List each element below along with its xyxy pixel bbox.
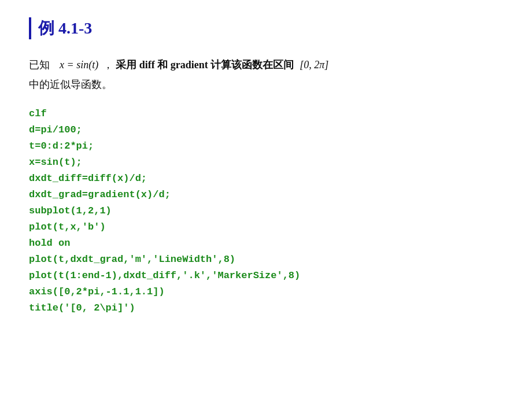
page-container: 例 4.1-3 已知 x = sin(t) ， 采用 diff 和 gradie… bbox=[0, 0, 532, 399]
code-line-12: axis([0,2*pi,-1.1,1.1]) bbox=[29, 284, 503, 300]
code-line-2: d=pi/100; bbox=[29, 122, 503, 138]
code-line-13: title('[0, 2\pi]') bbox=[29, 300, 503, 316]
description-line1: 已知 x = sin(t) ， 采用 diff 和 gradient 计算该函数… bbox=[29, 56, 503, 74]
description-block: 已知 x = sin(t) ， 采用 diff 和 gradient 计算该函数… bbox=[29, 56, 503, 94]
desc-prefix: 已知 bbox=[29, 56, 50, 74]
code-line-11: plot(t(1:end-1),dxdt_diff,'.k','MarkerSi… bbox=[29, 268, 503, 284]
desc-comma: ， bbox=[103, 56, 113, 74]
desc-line2-text: 中的近似导函数。 bbox=[29, 79, 112, 90]
code-line-10: plot(t,dxdt_grad,'m','LineWidth',8) bbox=[29, 252, 503, 268]
desc-bold: 采用 diff 和 gradient 计算该函数在区间 bbox=[116, 56, 294, 74]
math-expression: x = sin(t) bbox=[54, 56, 98, 74]
code-line-3: t=0:d:2*pi; bbox=[29, 138, 503, 154]
interval-math: [0, 2π] bbox=[300, 56, 328, 74]
code-line-6: dxdt_grad=gradient(x)/d; bbox=[29, 187, 503, 203]
code-line-8: plot(t,x,'b') bbox=[29, 219, 503, 235]
code-block: clf d=pi/100; t=0:d:2*pi; x=sin(t); dxdt… bbox=[29, 106, 503, 317]
code-line-9: hold on bbox=[29, 235, 503, 252]
code-line-4: x=sin(t); bbox=[29, 154, 503, 171]
code-line-5: dxdt_diff=diff(x)/d; bbox=[29, 171, 503, 187]
code-line-1: clf bbox=[29, 106, 503, 122]
example-title: 例 4.1-3 bbox=[29, 17, 503, 39]
description-line2: 中的近似导函数。 bbox=[29, 75, 503, 94]
code-line-7: subplot(1,2,1) bbox=[29, 203, 503, 219]
